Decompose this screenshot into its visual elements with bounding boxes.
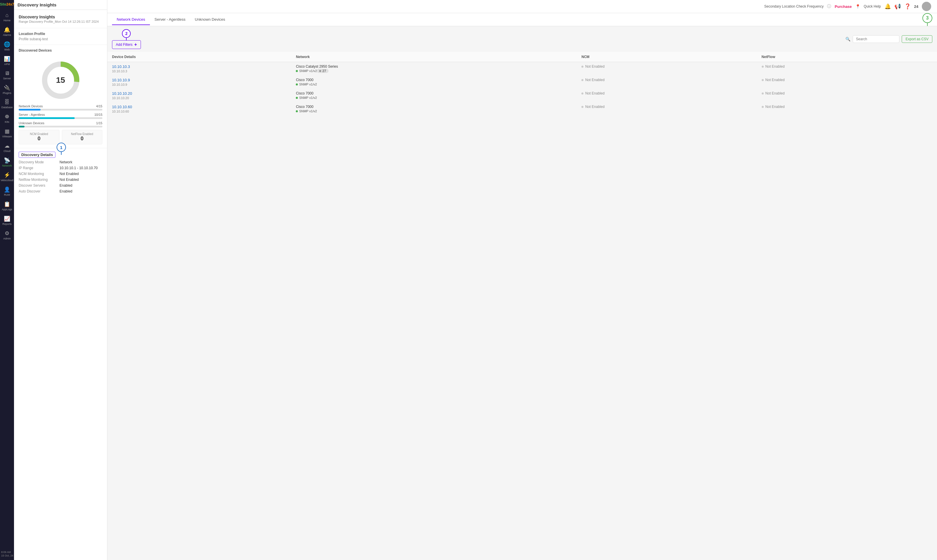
left-panel-section-subtitle: Range Discovery Profile_Mon Oct 14 12:26… bbox=[18, 20, 102, 23]
device-ip-primary[interactable]: 10.10.10.60 bbox=[112, 105, 286, 109]
stat-card-ncm-enabled: NCM Enabled 0 bbox=[18, 130, 60, 145]
table-row[interactable]: 10.10.10.60 10.10.10.60Cisco 7000 SNMP v… bbox=[107, 102, 937, 116]
purchase-link[interactable]: Purchase bbox=[835, 5, 852, 9]
nav-label-network: Network bbox=[2, 164, 12, 167]
left-panel-section-title: Discovery Insights bbox=[18, 15, 102, 19]
count-dot bbox=[319, 70, 321, 72]
netflow-status: Not Enabled bbox=[762, 105, 932, 109]
table-head: Device DetailsNetworkNCMNetFlow bbox=[107, 52, 937, 62]
table-search: 🔍 Export as CSV bbox=[845, 35, 932, 43]
nav-item-applogs[interactable]: 📋 AppLogs bbox=[0, 198, 15, 213]
cell-network-0: Cisco Catalyst 2950 Series SNMP v1/v227 bbox=[291, 62, 577, 75]
nav-item-database[interactable]: 🗄 Database bbox=[0, 97, 15, 111]
snmp-dot bbox=[296, 97, 298, 99]
admin-icon: ⚙ bbox=[5, 230, 9, 237]
table-row[interactable]: 10.10.10.3 10.10.10.3Cisco Catalyst 2950… bbox=[107, 62, 937, 75]
cloud-icon: ☁ bbox=[5, 143, 10, 149]
location-icon: 📍 bbox=[855, 4, 860, 9]
ncm-status: Not Enabled bbox=[582, 65, 752, 69]
nav-item-server[interactable]: 🖥 Server bbox=[0, 68, 15, 82]
tab-unknown-devices[interactable]: Unknown Devices bbox=[190, 14, 230, 25]
snmp-badge: SNMP v1/v2 bbox=[296, 69, 317, 72]
add-icon: + bbox=[134, 42, 137, 47]
applogs-icon: 📋 bbox=[4, 201, 10, 208]
announcement-icon[interactable]: 📢 bbox=[894, 3, 901, 10]
detail-value: Not Enabled bbox=[60, 178, 79, 182]
timestamp-date: 15 Oct, 24 bbox=[1, 554, 14, 558]
nav-item-network[interactable]: 📡 Network bbox=[0, 155, 15, 169]
device-ip-primary[interactable]: 10.10.10.9 bbox=[112, 78, 286, 82]
nav-label-apm: APM bbox=[4, 63, 10, 66]
table-row[interactable]: 10.10.10.9 10.10.10.9Cisco 7000 SNMP v1/… bbox=[107, 75, 937, 89]
cell-device-1: 10.10.10.9 10.10.10.9 bbox=[107, 75, 291, 89]
tab-server-agentless[interactable]: Server - Agentless bbox=[150, 14, 190, 25]
detail-value: Not Enabled bbox=[60, 172, 79, 176]
nav-item-home[interactable]: ⌂ Home bbox=[0, 10, 15, 24]
timestamp-time: 8:09 AM bbox=[1, 550, 14, 554]
stats-container: Network Devices 4/15 Server - Agentless … bbox=[18, 105, 102, 128]
nav-item-alarms[interactable]: 🔔 Alarms bbox=[0, 24, 15, 39]
progress-bar-fill bbox=[18, 117, 75, 119]
cell-netflow-1: Not Enabled bbox=[757, 75, 937, 89]
stat-row-network-devices: Network Devices 4/15 bbox=[18, 105, 102, 111]
badge-2-circle: 2 bbox=[122, 29, 131, 38]
detail-value: Enabled bbox=[60, 183, 72, 188]
help-icon[interactable]: ❓ bbox=[904, 3, 911, 10]
nav-label-plugins: Plugins bbox=[3, 92, 11, 94]
detail-row-ip-range: IP Range 10.10.10.1 - 10.10.10.70 bbox=[18, 166, 102, 170]
top-bar: Discovery Insights bbox=[14, 0, 107, 10]
nav-item-cloud[interactable]: ☁ Cloud bbox=[0, 140, 15, 155]
nav-label-web: Web bbox=[5, 48, 10, 51]
nav-item-k8s[interactable]: ☸ K8s bbox=[0, 111, 15, 126]
detail-row-auto-discover: Auto Discover Enabled bbox=[18, 189, 102, 193]
nav-item-reports[interactable]: 📈 Reports bbox=[0, 213, 15, 228]
search-input[interactable] bbox=[853, 35, 899, 43]
nav-item-vmware[interactable]: ▦ VMware bbox=[0, 126, 15, 140]
export-label: Export as CSV bbox=[906, 37, 929, 41]
cell-netflow-3: Not Enabled bbox=[757, 102, 937, 116]
snmp-badge: SNMP v1/v2 bbox=[296, 109, 317, 113]
cell-ncm-2: Not Enabled bbox=[577, 89, 757, 102]
col-header-network: Network bbox=[291, 52, 577, 62]
netflow-status: Not Enabled bbox=[762, 65, 932, 69]
progress-bar-bg bbox=[18, 126, 102, 128]
detail-value: Network bbox=[60, 160, 72, 164]
stat-value: 10/15 bbox=[94, 113, 102, 116]
network-devices-table: Device DetailsNetworkNCMNetFlow 10.10.10… bbox=[107, 52, 937, 116]
export-csv-button[interactable]: Export as CSV bbox=[902, 35, 932, 43]
tab-network-devices[interactable]: Network Devices bbox=[112, 14, 150, 25]
nav-item-apm[interactable]: 📊 APM bbox=[0, 53, 15, 68]
k8s-icon: ☸ bbox=[5, 114, 9, 120]
stat-card-label: NetFlow Enabled bbox=[65, 132, 100, 135]
stat-value: 4/15 bbox=[96, 105, 102, 108]
device-ip-secondary: 10.10.10.9 bbox=[112, 83, 286, 86]
badge-3-circle: 3 bbox=[922, 13, 932, 23]
nav-item-web[interactable]: 🌐 Web bbox=[0, 39, 15, 53]
table-row[interactable]: 10.10.10.20 10.10.10.20Cisco 7000 SNMP v… bbox=[107, 89, 937, 102]
col-header-netflow: NetFlow bbox=[757, 52, 937, 62]
stat-card-netflow-enabled: NetFlow Enabled 0 bbox=[62, 130, 103, 145]
notification-icon[interactable]: 🔔 bbox=[885, 3, 891, 10]
nav-label-rum: RUM bbox=[4, 193, 10, 196]
detail-value: Enabled bbox=[60, 189, 72, 193]
nav-item-plugins[interactable]: 🔌 Plugins bbox=[0, 82, 15, 97]
stat-card-value: 0 bbox=[65, 135, 100, 142]
info-icon[interactable]: ⓘ bbox=[827, 4, 831, 9]
cell-ncm-3: Not Enabled bbox=[577, 102, 757, 116]
detail-key: Discovery Mode bbox=[18, 160, 60, 164]
stat-value: 1/15 bbox=[96, 122, 102, 125]
col-header-device_details: Device Details bbox=[107, 52, 291, 62]
network-icon: 📡 bbox=[4, 157, 10, 164]
top-right-controls: 3 bbox=[922, 13, 932, 26]
nav-item-rum[interactable]: 👤 RUM bbox=[0, 184, 15, 198]
ncm-netflow-grid: NCM Enabled 0NetFlow Enabled 0 bbox=[18, 130, 102, 145]
table-header-row: Device DetailsNetworkNCMNetFlow bbox=[107, 52, 937, 62]
nav-item-admin[interactable]: ⚙ Admin bbox=[0, 228, 15, 242]
snmp-dot bbox=[296, 70, 298, 72]
add-filters-button[interactable]: Add Filters + bbox=[112, 40, 141, 49]
device-ip-primary[interactable]: 10.10.10.3 bbox=[112, 65, 286, 69]
nav-label-cloud: Cloud bbox=[3, 150, 11, 152]
device-ip-primary[interactable]: 10.10.10.20 bbox=[112, 91, 286, 96]
nav-item-veloccloud[interactable]: ⚡ Veloccloud bbox=[0, 169, 15, 184]
snmp-dot bbox=[296, 83, 298, 85]
